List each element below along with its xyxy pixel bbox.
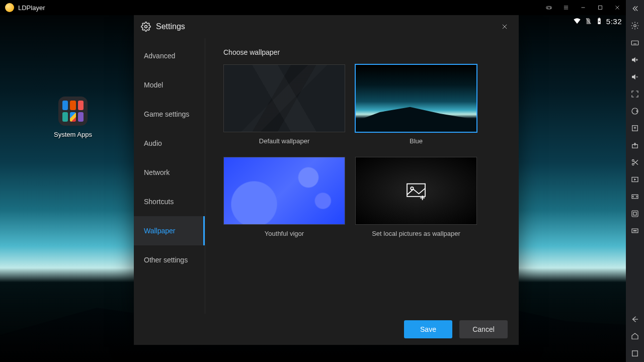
sim-icon [584,17,592,25]
maximize-button[interactable] [592,0,609,15]
app-logo-icon [5,3,14,12]
app-name: LDPlayer [18,4,45,12]
svg-rect-41 [633,212,636,215]
wallpaper-thumb-default [223,64,345,132]
svg-point-34 [632,163,634,165]
install-icon[interactable] [626,120,644,137]
svg-marker-38 [634,178,636,181]
wallpaper-option-local[interactable]: Set local pictures as wallpaper [355,157,477,237]
tab-model[interactable]: Model [134,70,205,100]
wallpaper-option-blue[interactable]: Blue [355,64,477,145]
menu-icon[interactable] [557,0,575,15]
svg-point-43 [633,230,634,231]
volume-down-icon[interactable] [626,68,644,85]
gamepad-icon[interactable] [540,0,557,15]
svg-point-4 [550,8,551,9]
tab-other[interactable]: Other settings [134,245,205,275]
wallpaper-thumb-blue [355,64,477,132]
wallpaper-thumb-local [355,157,477,225]
tab-network[interactable]: Network [134,158,205,187]
fullscreen-icon[interactable] [626,85,644,103]
settings-nav: AdvancedModelGame settingsAudioNetworkSh… [134,38,205,314]
tab-advanced[interactable]: Advanced [134,41,205,70]
tab-shortcuts[interactable]: Shortcuts [134,187,205,216]
titlebar: LDPlayer [0,0,626,15]
svg-rect-40 [632,211,638,217]
svg-rect-9 [599,6,602,10]
wifi-icon [573,17,581,25]
settings-content: Choose wallpaper Default wallpaperBlueYo… [205,38,519,314]
svg-rect-16 [631,41,638,45]
recent-icon[interactable] [626,345,644,362]
volume-up-icon[interactable] [626,51,644,68]
video-icon[interactable] [626,171,644,188]
tab-audio[interactable]: Audio [134,129,205,158]
wallpaper-option-youth[interactable]: Youthful vigor [223,157,345,237]
multi-icon[interactable] [626,205,644,222]
system-apps-folder[interactable]: System Apps [50,97,96,138]
settings-dialog: Settings AdvancedModelGame settingsAudio… [134,15,519,345]
android-status-bar: 5:32 [573,15,626,27]
svg-point-15 [634,25,636,27]
wallpaper-caption: Default wallpaper [223,137,345,145]
dialog-footer: Save Cancel [134,314,519,345]
wallpaper-caption: Youthful vigor [223,230,345,237]
tab-game[interactable]: Game settings [134,100,205,129]
sync-icon[interactable] [626,103,644,120]
svg-rect-47 [632,351,638,356]
folder-icon [58,97,88,126]
folder-label: System Apps [50,131,96,138]
wallpaper-caption: Set local pictures as wallpaper [355,230,477,237]
wallpaper-caption: Blue [355,137,477,145]
dialog-title: Settings [156,22,185,31]
dialog-close-button[interactable] [498,20,512,34]
gear-icon[interactable] [626,17,644,34]
svg-point-44 [634,230,635,231]
svg-point-45 [636,230,637,231]
collapse-icon[interactable] [626,0,644,17]
home-icon[interactable] [626,328,644,345]
clock: 5:32 [606,17,622,26]
wallpaper-heading: Choose wallpaper [223,48,507,56]
settings-gear-icon [141,22,151,32]
svg-rect-14 [598,18,600,18]
back-icon[interactable] [626,311,644,328]
share-icon[interactable] [626,137,644,154]
scissors-icon[interactable] [626,154,644,171]
save-button[interactable]: Save [404,320,452,338]
cancel-button[interactable]: Cancel [459,320,508,338]
right-toolbar [626,0,644,362]
keyboard-icon[interactable] [626,34,644,51]
svg-point-33 [632,159,634,161]
h-flip-icon[interactable] [626,188,644,205]
svg-point-48 [145,26,147,28]
minimize-button[interactable] [575,0,592,15]
svg-point-3 [550,7,550,8]
wallpaper-option-default[interactable]: Default wallpaper [223,64,345,145]
wallpaper-grid: Default wallpaperBlueYouthful vigorSet l… [223,64,507,237]
close-button[interactable] [609,0,626,15]
battery-icon [595,17,603,25]
dialog-header: Settings [134,15,519,38]
tab-wallpaper[interactable]: Wallpaper [134,216,205,245]
more-icon[interactable] [626,222,644,239]
wallpaper-thumb-youth [223,157,345,225]
